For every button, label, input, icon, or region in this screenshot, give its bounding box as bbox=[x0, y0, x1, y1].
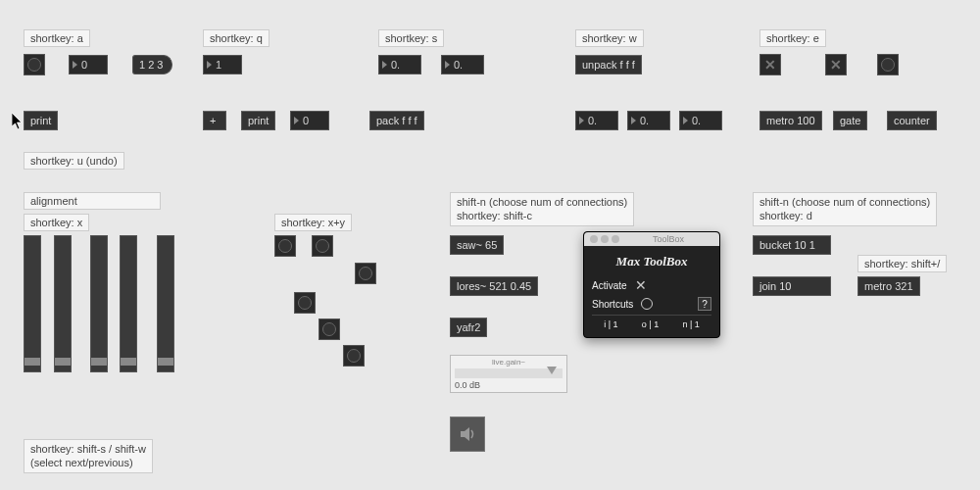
label-shortkey-s: shortkey: s bbox=[378, 29, 444, 47]
label-shortkey-e: shortkey: e bbox=[760, 29, 826, 47]
yafr-text: yafr2 bbox=[457, 321, 480, 333]
label-shortkey-x: shortkey: x bbox=[24, 214, 89, 231]
saw-text: saw~ 65 bbox=[457, 239, 497, 251]
bang-e[interactable] bbox=[877, 54, 899, 75]
help-button[interactable]: ? bbox=[698, 297, 711, 311]
slider-x-1[interactable] bbox=[24, 235, 41, 372]
toggle-e-2[interactable]: ✕ bbox=[825, 54, 847, 75]
numbox-q-1-value: 1 bbox=[216, 59, 221, 71]
label-shortkey-undo: shortkey: u (undo) bbox=[24, 152, 124, 170]
bang-xy-5[interactable] bbox=[318, 318, 340, 340]
floatbox-s-1[interactable]: 0. bbox=[378, 55, 421, 74]
label-section-c: shift-n (choose num of connections) shor… bbox=[450, 192, 634, 226]
floatbox-w-1[interactable]: 0. bbox=[575, 111, 618, 130]
numbox-q-out[interactable]: 0 bbox=[290, 111, 329, 130]
toolbox-row-shortcuts: Shortcuts ? bbox=[592, 297, 711, 311]
toolbox-window[interactable]: ToolBox Max ToolBox Activate ✕ Shortcuts… bbox=[583, 231, 720, 338]
toolbox-shortcuts-label: Shortcuts bbox=[592, 299, 633, 310]
activate-toggle-icon[interactable]: ✕ bbox=[635, 277, 647, 293]
bang-xy-6[interactable] bbox=[343, 345, 365, 367]
toolbox-body: Max ToolBox Activate ✕ Shortcuts ? i | 1… bbox=[584, 246, 719, 337]
ezdac-speaker-icon[interactable] bbox=[450, 416, 485, 452]
slider-x-4[interactable] bbox=[120, 235, 137, 372]
bang-xy-1[interactable] bbox=[274, 235, 296, 257]
label-c-top: shift-n (choose num of connections) bbox=[457, 195, 627, 209]
live-gain[interactable]: live.gain~ 0.0 dB bbox=[450, 355, 567, 393]
slider-x-3[interactable] bbox=[90, 235, 108, 372]
print-a[interactable]: print bbox=[24, 111, 58, 130]
counter-obj[interactable]: counter bbox=[887, 111, 937, 130]
gate-text: gate bbox=[840, 115, 860, 126]
bucket-text: bucket 10 1 bbox=[760, 239, 815, 251]
floatbox-w-2[interactable]: 0. bbox=[627, 111, 670, 130]
print-q[interactable]: print bbox=[241, 111, 275, 130]
join-text: join 10 bbox=[760, 280, 791, 292]
msg-123-text: 1 2 3 bbox=[139, 59, 163, 71]
toolbox-i: i | 1 bbox=[604, 319, 617, 329]
traffic-lights[interactable] bbox=[590, 235, 619, 243]
label-select-np: shortkey: shift-s / shift-w (select next… bbox=[24, 439, 153, 473]
label-section-d: shift-n (choose num of connections) shor… bbox=[753, 192, 937, 226]
bang-xy-2[interactable] bbox=[312, 235, 333, 257]
toolbox-heading: Max ToolBox bbox=[592, 254, 711, 270]
pack-text: pack f f f bbox=[376, 115, 417, 126]
gain-track[interactable] bbox=[455, 368, 563, 378]
label-shortkey-w: shortkey: w bbox=[575, 29, 644, 47]
toolbox-row-activate: Activate ✕ bbox=[592, 277, 711, 293]
metro-321-text: metro 321 bbox=[864, 280, 913, 292]
bucket-obj[interactable]: bucket 10 1 bbox=[753, 235, 831, 255]
gain-title: live.gain~ bbox=[455, 358, 563, 367]
label-select-np-text: shortkey: shift-s / shift-w (select next… bbox=[30, 443, 146, 468]
numbox-q-1[interactable]: 1 bbox=[203, 55, 242, 74]
toolbox-titlebar[interactable]: ToolBox bbox=[584, 232, 719, 246]
bang-xy-3[interactable] bbox=[355, 263, 376, 284]
metro-100[interactable]: metro 100 bbox=[760, 111, 822, 130]
metro-321[interactable]: metro 321 bbox=[858, 276, 920, 296]
print-a-text: print bbox=[30, 115, 51, 126]
yafr-obj[interactable]: yafr2 bbox=[450, 318, 487, 337]
bang-a[interactable] bbox=[24, 54, 45, 75]
toolbox-activate-label: Activate bbox=[592, 280, 627, 291]
lores-obj[interactable]: lores~ 521 0.45 bbox=[450, 276, 538, 296]
label-shortkey-a: shortkey: a bbox=[24, 29, 90, 47]
floatbox-s-2-value: 0. bbox=[454, 59, 463, 71]
shortcuts-toggle-icon[interactable] bbox=[641, 298, 653, 310]
slider-x-2[interactable] bbox=[54, 235, 72, 372]
label-alignment: alignment bbox=[24, 192, 161, 210]
saw-obj[interactable]: saw~ 65 bbox=[450, 235, 504, 255]
label-d-top: shift-n (choose num of connections) bbox=[760, 195, 930, 209]
floatbox-w-3[interactable]: 0. bbox=[679, 111, 722, 130]
join-obj[interactable]: join 10 bbox=[753, 276, 831, 296]
unpack-obj[interactable]: unpack f f f bbox=[575, 55, 642, 74]
label-c-bot: shortkey: shift-c bbox=[457, 209, 627, 222]
label-shiftplus: shortkey: shift+/ bbox=[858, 255, 947, 272]
bang-xy-4[interactable] bbox=[294, 292, 316, 314]
toggle-e-1[interactable]: ✕ bbox=[760, 54, 781, 75]
counter-text: counter bbox=[894, 115, 930, 126]
lores-text: lores~ 521 0.45 bbox=[457, 280, 531, 292]
floatbox-w-2-value: 0. bbox=[640, 115, 649, 126]
numbox-q-out-value: 0 bbox=[303, 115, 309, 126]
toolbox-n: n | 1 bbox=[682, 319, 699, 329]
floatbox-w-1-value: 0. bbox=[588, 115, 597, 126]
label-shortkey-q: shortkey: q bbox=[203, 29, 270, 47]
toolbox-window-title: ToolBox bbox=[653, 234, 684, 244]
toolbox-o: o | 1 bbox=[642, 319, 659, 329]
label-shortkey-xy: shortkey: x+y bbox=[274, 214, 352, 231]
gate-obj[interactable]: gate bbox=[833, 111, 867, 130]
gain-db: 0.0 dB bbox=[455, 380, 563, 390]
msg-123[interactable]: 1 2 3 bbox=[132, 55, 172, 74]
floatbox-s-1-value: 0. bbox=[391, 59, 400, 71]
gain-handle-icon[interactable] bbox=[547, 367, 557, 374]
slider-x-5[interactable] bbox=[157, 235, 174, 372]
floatbox-s-2[interactable]: 0. bbox=[441, 55, 484, 74]
plus-text: + bbox=[210, 115, 216, 126]
numbox-a-0[interactable]: 0 bbox=[69, 55, 108, 74]
metro-100-text: metro 100 bbox=[766, 115, 815, 126]
plus-obj[interactable]: + bbox=[203, 111, 226, 130]
floatbox-w-3-value: 0. bbox=[692, 115, 701, 126]
print-q-text: print bbox=[248, 115, 269, 126]
pack-obj[interactable]: pack f f f bbox=[369, 111, 424, 130]
numbox-a-0-value: 0 bbox=[81, 59, 87, 71]
unpack-text: unpack f f f bbox=[582, 59, 635, 71]
